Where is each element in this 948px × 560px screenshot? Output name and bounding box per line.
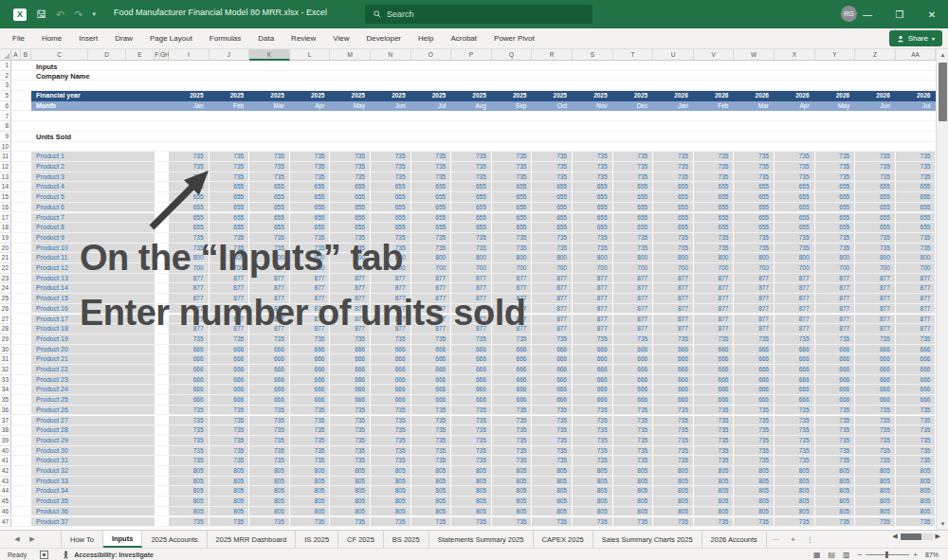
units-value-cell[interactable]: 735 (371, 436, 411, 446)
units-value-cell[interactable]: 735 (290, 436, 331, 446)
units-value-cell[interactable]: 735 (411, 446, 452, 457)
units-value-cell[interactable]: 666 (855, 395, 896, 406)
units-value-cell[interactable]: 800 (532, 253, 573, 263)
sheet-tab-2025-accounts[interactable]: 2025 Accounts (142, 531, 207, 548)
units-value-cell[interactable]: 666 (169, 395, 210, 406)
units-value-cell[interactable]: 877 (734, 324, 775, 334)
units-value-cell[interactable]: 735 (734, 244, 775, 254)
units-value-cell[interactable]: 735 (775, 244, 815, 254)
units-value-cell[interactable]: 735 (290, 446, 331, 457)
units-value-cell[interactable]: 655 (573, 192, 613, 203)
units-value-cell[interactable]: 735 (896, 172, 937, 183)
units-value-cell[interactable]: 735 (855, 517, 896, 528)
units-value-cell[interactable]: 735 (371, 446, 411, 457)
units-value-cell[interactable]: 877 (653, 274, 694, 284)
units-value-cell[interactable]: 735 (492, 425, 533, 436)
units-value-cell[interactable]: 666 (492, 385, 533, 395)
units-value-cell[interactable]: 735 (169, 406, 210, 416)
units-value-cell[interactable]: 666 (734, 365, 775, 375)
units-value-cell[interactable]: 735 (613, 233, 654, 244)
units-value-cell[interactable]: 666 (249, 385, 290, 395)
units-value-cell[interactable]: 735 (169, 162, 210, 172)
units-value-cell[interactable]: 877 (451, 294, 492, 304)
units-value-cell[interactable]: 666 (613, 345, 654, 355)
units-value-cell[interactable]: 735 (653, 456, 694, 466)
units-value-cell[interactable]: 735 (775, 406, 815, 416)
units-value-cell[interactable]: 735 (532, 456, 573, 466)
units-value-cell[interactable]: 735 (411, 162, 452, 172)
units-value-cell[interactable]: 735 (775, 162, 815, 172)
units-value-cell[interactable]: 877 (169, 324, 210, 334)
row-header-22[interactable]: 22 (0, 263, 11, 274)
units-value-cell[interactable]: 735 (815, 334, 856, 345)
units-value-cell[interactable]: 666 (371, 375, 411, 386)
units-value-cell[interactable]: 666 (694, 354, 735, 365)
product-name-cell[interactable]: Product 25 (31, 395, 155, 406)
units-value-cell[interactable]: 877 (532, 304, 573, 315)
units-value-cell[interactable]: 877 (330, 274, 371, 284)
units-value-cell[interactable]: 805 (210, 507, 250, 517)
units-value-cell[interactable]: 805 (855, 477, 896, 487)
units-value-cell[interactable]: 735 (210, 446, 250, 457)
column-header-W[interactable]: W (734, 49, 775, 61)
sheet-nav-right-icon[interactable]: ▶ (25, 531, 40, 548)
product-name-cell[interactable]: Product 9 (31, 233, 155, 244)
year-cell[interactable]: 2026 (775, 91, 815, 101)
units-value-cell[interactable]: 805 (653, 497, 694, 507)
units-value-cell[interactable]: 655 (734, 213, 775, 224)
units-value-cell[interactable]: 655 (694, 203, 735, 213)
product-name-cell[interactable]: Product 19 (31, 334, 155, 345)
units-value-cell[interactable]: 666 (492, 395, 533, 406)
units-value-cell[interactable]: 805 (451, 486, 492, 497)
units-value-cell[interactable]: 877 (532, 274, 573, 284)
units-value-cell[interactable]: 877 (855, 315, 896, 325)
units-value-cell[interactable]: 735 (734, 233, 775, 244)
units-value-cell[interactable]: 655 (371, 182, 411, 192)
units-value-cell[interactable]: 735 (451, 244, 492, 254)
row-header-34[interactable]: 34 (0, 385, 11, 395)
units-value-cell[interactable]: 735 (573, 162, 613, 172)
units-value-cell[interactable]: 735 (775, 436, 815, 446)
units-value-cell[interactable]: 666 (653, 365, 694, 375)
units-value-cell[interactable]: 735 (694, 446, 735, 457)
units-value-cell[interactable]: 666 (896, 395, 937, 406)
sheet-tab-capex-2025[interactable]: CAPEX 2025 (534, 531, 593, 548)
select-all-corner[interactable] (0, 49, 11, 61)
units-value-cell[interactable]: 700 (532, 263, 573, 274)
units-value-cell[interactable]: 735 (653, 244, 694, 254)
units-value-cell[interactable]: 735 (532, 436, 573, 446)
units-value-cell[interactable]: 877 (775, 324, 815, 334)
month-cell[interactable]: Jul (896, 101, 937, 112)
units-value-cell[interactable]: 877 (290, 283, 331, 294)
year-cell[interactable]: 2025 (532, 91, 573, 101)
units-value-cell[interactable]: 735 (855, 233, 896, 244)
units-value-cell[interactable]: 735 (694, 152, 735, 162)
units-value-cell[interactable]: 666 (371, 365, 411, 375)
units-value-cell[interactable]: 655 (290, 213, 331, 224)
month-cell[interactable]: Aug (451, 101, 492, 112)
units-value-cell[interactable]: 735 (249, 152, 290, 162)
year-cell[interactable]: 2025 (330, 91, 371, 101)
units-value-cell[interactable]: 735 (210, 436, 250, 446)
units-value-cell[interactable]: 666 (613, 385, 654, 395)
units-value-cell[interactable]: 666 (855, 345, 896, 355)
units-value-cell[interactable]: 877 (290, 324, 331, 334)
row-header-20[interactable]: 20 (0, 244, 11, 254)
units-value-cell[interactable]: 655 (411, 182, 452, 192)
units-value-cell[interactable]: 735 (532, 406, 573, 416)
units-value-cell[interactable]: 805 (734, 466, 775, 477)
units-value-cell[interactable]: 700 (694, 263, 735, 274)
row-header-7[interactable]: 7 (0, 112, 11, 122)
units-value-cell[interactable]: 655 (694, 182, 735, 192)
units-value-cell[interactable]: 735 (492, 244, 533, 254)
month-cell[interactable]: Apr (290, 101, 331, 112)
units-value-cell[interactable]: 666 (492, 365, 533, 375)
units-value-cell[interactable]: 655 (855, 203, 896, 213)
units-value-cell[interactable]: 666 (532, 395, 573, 406)
units-value-cell[interactable]: 666 (249, 365, 290, 375)
month-cell[interactable]: May (815, 101, 856, 112)
row-header-8[interactable]: 8 (0, 121, 11, 132)
units-value-cell[interactable]: 655 (855, 192, 896, 203)
units-value-cell[interactable]: 655 (532, 182, 573, 192)
units-value-cell[interactable]: 877 (694, 274, 735, 284)
